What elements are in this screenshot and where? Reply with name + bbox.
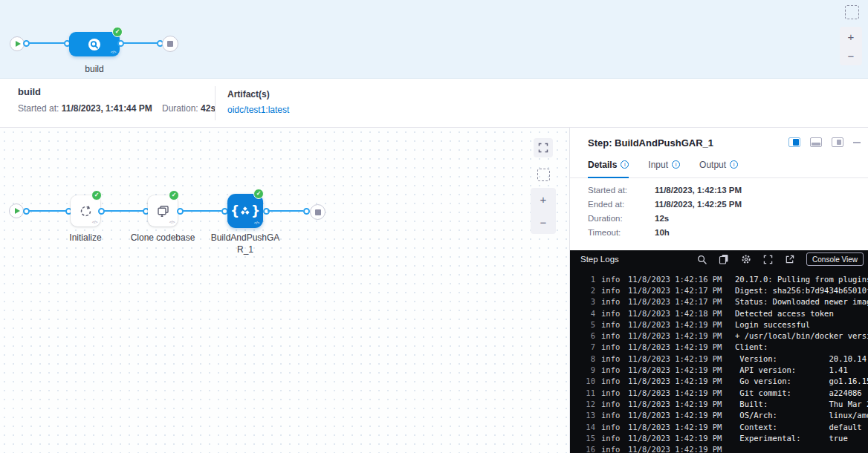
build-info-bar: build Started at: 11/8/2023, 1:41:44 PM … <box>0 79 868 128</box>
log-line: 10 info 11/8/2023 1:42:19 PM Go version:… <box>570 376 868 387</box>
fit-view-icon <box>538 143 548 153</box>
check-icon <box>169 190 179 201</box>
zoom-in-button[interactable]: + <box>840 27 862 46</box>
code-badge: </> <box>169 220 175 224</box>
clone-icon <box>156 204 170 218</box>
copy-icon <box>719 254 729 264</box>
tab-details[interactable]: Details <box>588 157 629 177</box>
detail-value: 12s <box>655 214 669 223</box>
log-line-number: 7 <box>585 342 595 351</box>
log-level: info <box>601 297 622 306</box>
detail-row: Timeout: 10h <box>588 228 742 237</box>
right-view-icon[interactable] <box>832 137 843 147</box>
open-in-new-button[interactable] <box>785 255 794 264</box>
split-view-icon[interactable] <box>788 137 800 147</box>
stage-label: build <box>69 64 120 74</box>
log-line: 8 info 11/8/2023 1:42:19 PM Version: 20.… <box>570 353 868 364</box>
zoom-controls: + − <box>531 188 556 234</box>
log-line: 2 info 11/8/2023 1:42:17 PM Digest: sha2… <box>570 284 868 296</box>
pipeline-start-node[interactable] <box>10 36 25 51</box>
stage-node-build[interactable]: </> <box>69 32 120 56</box>
log-timestamp: 11/8/2023 1:42:19 PM <box>628 377 725 385</box>
log-line-number: 12 <box>585 400 595 408</box>
selection-icon[interactable] <box>845 5 859 19</box>
settings-button[interactable] <box>741 254 751 264</box>
log-line-number: 11 <box>585 388 595 397</box>
log-timestamp: 11/8/2023 1:42:19 PM <box>628 423 725 431</box>
minimize-icon[interactable] <box>853 142 861 143</box>
detail-row: Duration: 12s <box>588 214 742 223</box>
edge <box>268 210 303 212</box>
log-timestamp: 11/8/2023 1:42:16 PM <box>628 275 725 284</box>
started-at: Started at: 11/8/2023, 1:41:44 PM <box>18 103 152 114</box>
detail-label: Timeout: <box>588 228 655 237</box>
tab-output[interactable]: Output <box>699 157 738 177</box>
pipeline-execution-page: </> build + − build Started at: 11/8/202… <box>0 0 868 453</box>
detail-value: 10h <box>655 228 670 237</box>
edge <box>28 210 67 212</box>
log-message: Go version: go1.16.15 <box>735 377 868 385</box>
selection-icon <box>537 169 550 181</box>
log-line-number: 4 <box>585 309 595 318</box>
zoom-controls: + − <box>840 27 862 65</box>
log-timestamp: 11/8/2023 1:42:19 PM <box>628 354 725 363</box>
cubes-icon <box>241 207 250 215</box>
log-line-number: 14 <box>585 423 595 431</box>
log-line-number: 1 <box>585 275 595 284</box>
console-view-button[interactable]: Console View <box>806 252 864 266</box>
play-icon <box>16 41 21 47</box>
started-at-value: 11/8/2023, 1:41:44 PM <box>62 103 152 114</box>
pipeline-end-node[interactable] <box>162 36 178 52</box>
log-line: 9 info 11/8/2023 1:42:19 PM API version:… <box>570 364 868 375</box>
log-line-number: 6 <box>585 331 595 340</box>
zoom-out-button[interactable]: − <box>531 211 556 234</box>
info-icon[interactable] <box>672 160 680 169</box>
detail-label: Ended at: <box>588 200 655 209</box>
graph-start-node[interactable] <box>9 203 24 218</box>
log-line: 3 info 11/8/2023 1:42:17 PM Status: Down… <box>570 296 868 307</box>
zoom-out-button[interactable]: − <box>840 46 862 65</box>
step-label: Clone codebase <box>107 232 218 244</box>
detail-value: 11/8/2023, 1:42:25 PM <box>655 200 742 209</box>
log-level: info <box>601 377 622 385</box>
log-timestamp: 11/8/2023 1:42:19 PM <box>628 400 725 408</box>
log-lines[interactable]: 1 info 11/8/2023 1:42:16 PM 20.17.0: Pul… <box>570 268 868 453</box>
log-timestamp: 11/8/2023 1:42:17 PM <box>628 286 725 295</box>
panel-layout-toggles <box>788 137 861 147</box>
log-message: 20.17.0: Pulling from plugins/gar <box>735 275 868 284</box>
log-level: info <box>601 320 622 329</box>
expand-logs-button[interactable] <box>763 255 773 264</box>
stage-graph-band: </> build + − <box>0 0 868 79</box>
step-logs-header: Step Logs <box>570 250 868 268</box>
log-line-number: 5 <box>585 320 595 329</box>
selection-button[interactable] <box>534 165 553 184</box>
gar-icon <box>230 205 260 218</box>
code-badge: </> <box>92 220 97 224</box>
log-level: info <box>601 434 622 443</box>
info-icon[interactable] <box>730 160 738 169</box>
log-level: info <box>601 423 622 431</box>
tab-input[interactable]: Input <box>648 157 680 177</box>
graph-end-node[interactable] <box>310 204 326 220</box>
execution-canvas[interactable]: </> </> </> <box>0 128 569 453</box>
log-message: Digest: sha256:b7d9434b65010f038f8ec <box>735 286 868 295</box>
log-level: info <box>601 342 622 351</box>
log-line: 5 info 11/8/2023 1:42:19 PM Login succes… <box>570 319 868 330</box>
search-button[interactable] <box>697 255 707 264</box>
log-line-number: 8 <box>585 354 595 363</box>
copy-button[interactable] <box>719 254 729 264</box>
bottom-view-icon[interactable] <box>810 137 822 147</box>
log-line: 7 info 11/8/2023 1:42:19 PM Client: <box>570 342 868 353</box>
build-title: build <box>18 86 41 97</box>
log-timestamp: 11/8/2023 1:42:19 PM <box>628 411 725 420</box>
fit-view-button[interactable] <box>534 138 553 157</box>
duration-value: 42s <box>201 103 216 114</box>
zoom-in-button[interactable]: + <box>531 188 556 211</box>
edge <box>123 42 159 44</box>
artifact-link[interactable]: oidc/test1:latest <box>227 105 289 115</box>
log-timestamp: 11/8/2023 1:42:19 PM <box>628 320 725 329</box>
log-message: Experimental: true <box>735 434 848 443</box>
log-line-number: 16 <box>585 445 595 453</box>
info-icon[interactable] <box>621 160 629 169</box>
step-logs-section: Step Logs <box>570 250 868 453</box>
